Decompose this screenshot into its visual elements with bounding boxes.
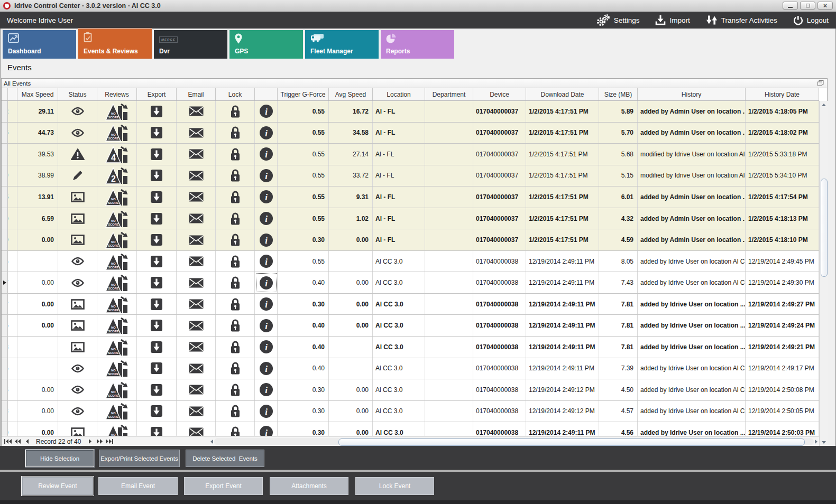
export-event-button[interactable]: Export Event	[184, 477, 263, 495]
table-row[interactable]: 06.59NOSCOREi0.551.02Al - FL017040000037…	[2, 208, 819, 230]
cell-email[interactable]	[177, 294, 216, 315]
column-header-reviews[interactable]: Reviews	[97, 88, 137, 100]
table-row[interactable]: 50.00NOSCOREi0.300.00Al CC 3.00170400000…	[2, 379, 819, 401]
column-header-history[interactable]: History	[638, 88, 746, 100]
cell-lock[interactable]	[216, 186, 255, 208]
table-row[interactable]: 513.91NOSCOREi0.559.31Al - FL01704000003…	[2, 186, 819, 208]
cell-export[interactable]	[137, 358, 177, 379]
cell-lock[interactable]	[216, 358, 255, 379]
cell-reviews[interactable]: NOSCORE	[97, 294, 137, 315]
table-row[interactable]: 00.00NOSCOREi0.300.00Al - FL017040000037…	[2, 229, 819, 251]
column-header-export[interactable]: Export	[137, 88, 177, 100]
hide-selection-button[interactable]: Hide Selection	[25, 450, 94, 467]
horizontal-scroll-track[interactable]	[214, 438, 814, 445]
vertical-scrollbar-thumb[interactable]	[821, 179, 828, 277]
table-row[interactable]: 439.534i0.5527.14Al - FL0170400000371/2/…	[2, 144, 819, 165]
cell-lock[interactable]	[216, 379, 255, 400]
table-row[interactable]: 80.00NOSCOREi0.300.00Al CC 3.00170400000…	[2, 401, 819, 423]
table-row[interactable]: 544.73NOSCOREi0.5534.58Al - FL0170400000…	[2, 123, 819, 144]
cell-export[interactable]	[137, 379, 177, 400]
tab-events-reviews[interactable]: Events & Reviews	[78, 29, 152, 59]
cell-email[interactable]	[177, 401, 216, 422]
column-header-location[interactable]: Location	[373, 88, 425, 100]
vertical-scrollbar[interactable]	[819, 101, 828, 446]
cell-reviews[interactable]: NOSCORE	[97, 186, 137, 208]
column-header-email[interactable]: Email	[177, 88, 216, 100]
cell-info[interactable]: i	[255, 165, 278, 186]
cell-info[interactable]: i	[255, 272, 278, 293]
cell-info[interactable]: i	[255, 422, 278, 436]
column-header-avg_speed[interactable]: Avg Speed	[329, 88, 373, 100]
cell-export[interactable]	[137, 186, 177, 208]
cell-info[interactable]: i	[255, 229, 278, 250]
cell-email[interactable]	[177, 101, 216, 122]
scroll-down-button[interactable]	[820, 438, 828, 446]
cell-reviews[interactable]: NOSCORE	[97, 358, 137, 379]
cell-reviews[interactable]: NOSCORE	[97, 123, 137, 144]
cell-lock[interactable]	[216, 337, 255, 358]
cell-info[interactable]: i	[255, 123, 278, 144]
tab-reports[interactable]: Reports	[381, 30, 454, 59]
next-record-button[interactable]	[85, 437, 95, 446]
cell-reviews[interactable]: NOSCORE	[97, 401, 137, 422]
cell-email[interactable]	[177, 379, 216, 400]
table-row[interactable]: 70.00NOSCOREi0.300.00Al CC 3.00170400000…	[2, 294, 819, 315]
cell-email[interactable]	[177, 337, 216, 358]
cell-reviews[interactable]: NOSCORE	[97, 272, 137, 293]
tab-dvr[interactable]: MERGEDvr	[154, 30, 227, 59]
horizontal-scrollbar-thumb[interactable]	[338, 438, 805, 446]
cell-info[interactable]: i	[255, 315, 278, 336]
column-header-download_date[interactable]: Download Date	[526, 88, 599, 100]
column-header-gforce[interactable]: Trigger G-Force	[278, 88, 329, 100]
cell-reviews[interactable]: NOSCORE	[97, 422, 137, 436]
table-row[interactable]: 5NOSCOREi0.55Al CC 3.001704000003812/19/…	[2, 251, 819, 273]
delete-selected-events-button[interactable]: Delete Selected Events	[186, 450, 264, 467]
cell-lock[interactable]	[216, 101, 255, 122]
cell-info[interactable]: i	[255, 208, 278, 229]
cell-export[interactable]	[137, 101, 177, 122]
column-header-lock[interactable]: Lock	[216, 88, 255, 100]
cell-export[interactable]	[137, 422, 177, 436]
cell-reviews[interactable]: NOSCORE	[97, 208, 137, 229]
export-print-selected-events-button[interactable]: Export/Print Selected Events	[99, 450, 180, 467]
cell-info[interactable]: i	[255, 337, 278, 358]
cell-export[interactable]	[137, 123, 177, 144]
cell-lock[interactable]	[216, 251, 255, 272]
cell-export[interactable]	[137, 337, 177, 358]
next-page-button[interactable]	[95, 437, 104, 446]
horizontal-scrollbar[interactable]	[210, 437, 819, 446]
cell-email[interactable]	[177, 315, 216, 336]
lock-event-button[interactable]: Lock Event	[355, 477, 434, 495]
minimize-button[interactable]	[783, 2, 798, 10]
cell-export[interactable]	[137, 315, 177, 336]
column-header-department[interactable]: Department	[425, 88, 473, 100]
menu-transfer-activities[interactable]: Transfer Activities	[706, 15, 777, 25]
cell-info[interactable]: i	[255, 379, 278, 400]
cell-reviews[interactable]: 2	[97, 165, 137, 186]
scroll-left-icon[interactable]	[210, 440, 213, 444]
cell-reviews[interactable]: NOSCORE	[97, 229, 137, 250]
cell-export[interactable]	[137, 208, 177, 229]
table-row[interactable]: 50.00NOSCOREi0.400.00Al CC 3.00170400000…	[2, 315, 819, 337]
cell-export[interactable]	[137, 401, 177, 422]
column-header-history_date[interactable]: History Date	[746, 88, 819, 100]
cell-email[interactable]	[177, 123, 216, 144]
cell-email[interactable]	[177, 186, 216, 208]
cell-info[interactable]: i	[255, 186, 278, 208]
menu-settings[interactable]: Settings	[595, 14, 640, 27]
cell-info[interactable]: i	[255, 358, 278, 379]
cell-lock[interactable]	[216, 401, 255, 422]
cell-info[interactable]: i	[255, 294, 278, 315]
table-row[interactable]: 938.992i0.5533.72Al - FL0170400000371/2/…	[2, 165, 819, 187]
cell-reviews[interactable]: 4	[97, 144, 137, 165]
menu-logout[interactable]: Logout	[793, 15, 829, 25]
tab-dashboard[interactable]: Dashboard	[3, 30, 76, 59]
cell-reviews[interactable]: NOSCORE	[97, 379, 137, 400]
cell-info[interactable]: i	[255, 101, 278, 122]
table-row[interactable]: 00.00NOSCOREi0.300.00Al CC 3.00170400000…	[2, 422, 819, 436]
cell-lock[interactable]	[216, 229, 255, 250]
table-row[interactable]: 5NOSCOREi0.40Al CC 3.001704000003812/19/…	[2, 358, 819, 380]
cell-export[interactable]	[137, 251, 177, 272]
cell-lock[interactable]	[216, 272, 255, 293]
cell-lock[interactable]	[216, 123, 255, 144]
